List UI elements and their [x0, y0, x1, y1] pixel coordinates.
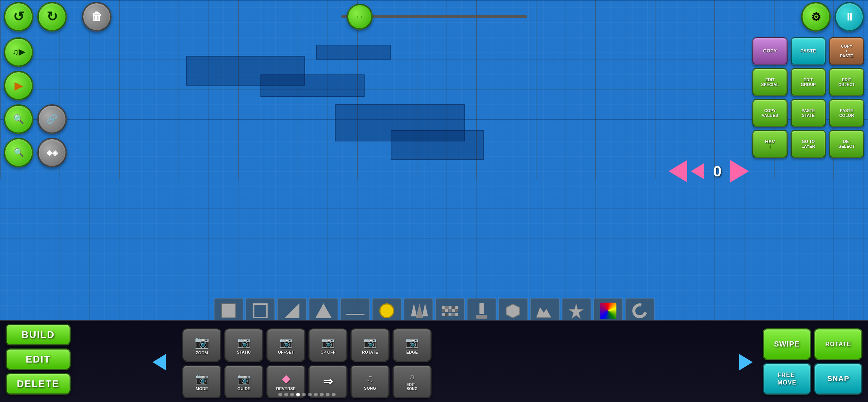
platform-5 — [391, 130, 484, 160]
guide-cam-label: GUIDE — [237, 386, 250, 391]
static-cam-label: STATIC — [237, 350, 251, 354]
rotate-cam-button[interactable]: 📷 ROTATE — [350, 328, 390, 362]
redo-button[interactable]: ↻ — [37, 2, 67, 32]
guide-cam-icon: 📷 — [237, 373, 250, 385]
delete-button[interactable]: DELETE — [6, 373, 71, 395]
page-dot-6[interactable] — [308, 393, 312, 396]
svg-marker-1 — [537, 307, 551, 318]
page-dot-9[interactable] — [326, 393, 330, 396]
page-dot-1[interactable] — [278, 393, 282, 396]
paste-state-button[interactable]: PASTESTATE — [791, 99, 826, 127]
svg-marker-2 — [569, 303, 584, 319]
hsv-button[interactable]: HSV| — [752, 130, 788, 158]
platform-3 — [316, 45, 391, 60]
sidebar-row-2: ▶ — [4, 71, 67, 100]
copy-button[interactable]: COPY — [752, 37, 788, 65]
play-object-button[interactable]: ▶ — [4, 71, 33, 100]
slider-thumb[interactable]: ↔ — [347, 4, 373, 30]
zoom-out-button[interactable]: 🔍 — [4, 138, 33, 168]
snap-button[interactable]: SNAP — [814, 363, 862, 395]
build-button[interactable]: BUILD — [6, 324, 71, 345]
edit-song-cam-button[interactable]: ♫ EDITSONG — [393, 365, 432, 398]
page-dot-4[interactable] — [296, 393, 300, 396]
page-dot-8[interactable] — [320, 393, 324, 396]
edge-cam-button[interactable]: 📷 EDGE — [393, 328, 432, 362]
song-cam-icon: ♫ — [366, 373, 374, 385]
reverse-cam-icon: ◆ — [282, 373, 290, 385]
mode-buttons: BUILD EDIT DELETE — [6, 324, 71, 395]
layer-left-small-arrow[interactable] — [691, 163, 704, 179]
link-button[interactable]: 🔗 — [37, 104, 67, 134]
song-cam-button[interactable]: ♫ SONG — [350, 365, 390, 398]
swipe-button[interactable]: SWIPE — [763, 328, 811, 360]
mode-cam-label: MODE — [196, 386, 208, 391]
edit-group-button[interactable]: EDITGROUP — [791, 68, 826, 96]
page-dot-7[interactable] — [314, 393, 318, 396]
sidebar-row-3: 🔍 🔗 — [4, 104, 67, 134]
mode-cam-icon: 📷 — [195, 373, 208, 385]
copy-paste-button[interactable]: COPY+PASTE — [829, 37, 864, 65]
right-panel: COPY PASTE COPY+PASTE EDITSPECIAL EDITGR… — [752, 37, 864, 158]
page-dots — [278, 393, 336, 396]
deselect-button[interactable]: DE-SELECT — [829, 130, 864, 158]
bottom-bar: BUILD EDIT DELETE 📷 ZOOM 📷 STATIC 📷 OFFS… — [0, 320, 868, 402]
layer-navigation: 0 — [669, 160, 749, 182]
song-cam-label: SONG — [364, 386, 376, 390]
mode-cam-button[interactable]: 📷 MODE — [182, 365, 221, 398]
pause-button[interactable]: ⏸ — [835, 2, 864, 32]
camera-section-right-arrow[interactable] — [739, 354, 753, 370]
arrow-cam-icon: ⇒ — [323, 374, 333, 389]
page-dot-3[interactable] — [290, 393, 294, 396]
static-cam-icon: 📷 — [237, 336, 250, 348]
right-panel-row-3: COPYVALUES PASTESTATE PASTECOLOR — [752, 99, 864, 127]
layer-left-large-arrow[interactable] — [669, 160, 687, 182]
offset-cam-button[interactable]: 📷 OFFSET — [266, 328, 305, 362]
zoom-in-button[interactable]: 🔍 — [4, 104, 33, 134]
play-music-button[interactable]: ♫▶ — [4, 37, 33, 67]
cp-off-cam-button[interactable]: 📷 CP OFF — [308, 328, 347, 362]
edit-button[interactable]: EDIT — [6, 348, 71, 370]
go-to-layer-button[interactable]: GO TOLAYER — [791, 130, 826, 158]
svg-marker-0 — [506, 304, 520, 318]
zoom-cam-button[interactable]: 📷 ZOOM — [182, 328, 221, 362]
left-sidebar: ♫▶ ▶ 🔍 🔗 🔍 ◈◈ — [4, 37, 67, 168]
page-dot-10[interactable] — [332, 393, 336, 396]
right-panel-row-2: EDITSPECIAL EDITGROUP EDITOBJECT — [752, 68, 864, 96]
br-row-2: FREEMOVE SNAP — [763, 363, 862, 395]
slider-track: ↔ — [341, 15, 527, 18]
page-dot-2[interactable] — [284, 393, 288, 396]
trash-button[interactable]: 🗑 — [82, 2, 112, 32]
paste-color-button[interactable]: PASTECOLOR — [829, 99, 864, 127]
right-panel-row-4: HSV| GO TOLAYER DE-SELECT — [752, 130, 864, 158]
rotate-br-button[interactable]: ROTATE — [814, 328, 862, 360]
position-slider[interactable]: ↔ — [341, 7, 527, 26]
platform-2 — [260, 74, 365, 97]
undo-button[interactable]: ↺ — [4, 2, 33, 32]
settings-button[interactable]: ⚙ — [801, 2, 831, 32]
layer-right-arrow[interactable] — [730, 160, 749, 182]
rotate-cam-label: ROTATE — [362, 350, 378, 354]
camera-left-arrow-icon — [153, 354, 166, 370]
edit-object-button[interactable]: EDITOBJECT — [829, 68, 864, 96]
paste-button[interactable]: PASTE — [791, 37, 826, 65]
br-row-1: SWIPE ROTATE — [763, 328, 862, 360]
static-cam-button[interactable]: 📷 STATIC — [224, 328, 263, 362]
page-dot-5[interactable] — [302, 393, 306, 396]
copy-values-button[interactable]: COPYVALUES — [752, 99, 788, 127]
reverse-cam-label: REVERSE — [276, 386, 296, 391]
sidebar-row-4: 🔍 ◈◈ — [4, 138, 67, 168]
zoom-cam-icon: 📷 — [195, 335, 209, 349]
offset-cam-label: OFFSET — [278, 350, 294, 354]
camera-right-arrow-icon — [739, 354, 753, 370]
camera-panels: 📷 ZOOM 📷 STATIC 📷 OFFSET 📷 CP OFF 📷 ROTA… — [182, 328, 432, 398]
camera-section-left-arrow[interactable] — [153, 354, 166, 370]
top-right-buttons: ⚙ ⏸ — [801, 2, 864, 32]
edge-cam-icon: 📷 — [406, 336, 419, 348]
free-move-button[interactable]: FREEMOVE — [763, 363, 811, 395]
layer-number: 0 — [708, 163, 727, 180]
edge-cam-label: EDGE — [406, 350, 418, 354]
guide-cam-button[interactable]: 📷 GUIDE — [224, 365, 263, 398]
cp-off-cam-label: CP OFF — [320, 350, 335, 354]
copy-paste-icon-button[interactable]: ◈◈ — [37, 138, 67, 168]
edit-special-button[interactable]: EDITSPECIAL — [752, 68, 788, 96]
